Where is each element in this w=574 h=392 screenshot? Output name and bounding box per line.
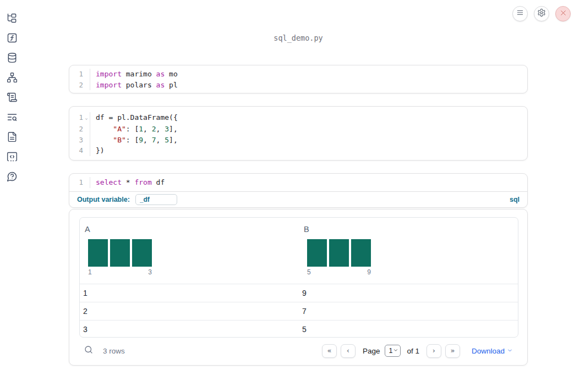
histogram-bar[interactable] xyxy=(329,239,349,267)
table-body: 192735 xyxy=(80,284,518,338)
table-cell: 1 xyxy=(80,284,299,302)
help-circle-icon xyxy=(7,171,18,184)
shutdown-button[interactable] xyxy=(555,6,571,21)
sidebar-item-help[interactable] xyxy=(6,171,19,184)
sql-cell[interactable]: 1select * from df Output variable: sql xyxy=(69,173,528,208)
page-label: Page xyxy=(363,347,380,355)
code-editor[interactable]: 1select * from df xyxy=(69,174,527,191)
download-label: Download xyxy=(472,347,505,355)
line-gutter: 1 xyxy=(69,177,90,188)
output-variable-label: Output variable: xyxy=(77,196,130,203)
hamburger-icon xyxy=(516,9,524,19)
menu-button[interactable] xyxy=(512,6,528,21)
fold-spacer xyxy=(83,80,90,91)
table-cell: 3 xyxy=(80,321,299,338)
line-gutter: 2 xyxy=(69,124,90,135)
column-header-a[interactable]: A 1 3 xyxy=(80,218,299,284)
fold-spacer xyxy=(83,69,90,80)
line-gutter: 2 xyxy=(69,80,90,91)
sidebar xyxy=(0,0,24,392)
settings-button[interactable] xyxy=(534,6,549,21)
code-line[interactable]: 2 "A": [1, 2, 3], xyxy=(69,124,527,135)
axis-min-label: 1 xyxy=(88,268,92,276)
fold-spacer xyxy=(83,177,90,188)
prev-page-button[interactable]: ‹ xyxy=(341,344,356,358)
file-tree-icon xyxy=(7,13,18,26)
axis-max-label: 3 xyxy=(148,268,152,276)
code-line[interactable]: 1import marimo as mo xyxy=(69,69,527,80)
chevrons-left-icon: « xyxy=(327,346,331,355)
sidebar-item-logs[interactable] xyxy=(6,112,19,125)
page-select-value: 1 xyxy=(389,347,392,355)
database-icon xyxy=(7,52,18,65)
code-line[interactable]: 4}) xyxy=(69,145,527,156)
pagination: « ‹ Page 1 of 1 › » Download xyxy=(322,344,513,358)
line-gutter: 1⌄ xyxy=(69,112,90,124)
histogram-bar[interactable] xyxy=(132,239,152,267)
sidebar-item-outline[interactable] xyxy=(6,92,19,105)
download-button[interactable]: Download xyxy=(472,347,513,355)
line-gutter: 3 xyxy=(69,135,90,146)
code-line[interactable]: 3 "B": [9, 7, 5], xyxy=(69,135,527,146)
table-footer: 3 rows « ‹ Page 1 of 1 › » Download xyxy=(69,336,527,365)
notebook-filename: sql_demo.py xyxy=(69,34,528,42)
sidebar-item-snippets[interactable] xyxy=(6,151,19,164)
chevron-right-icon: › xyxy=(433,346,435,355)
table-row[interactable]: 27 xyxy=(80,302,518,321)
code-cell-dataframe[interactable]: 1⌄df = pl.DataFrame({2 "A": [1, 2, 3],3 … xyxy=(69,106,528,161)
page-of-label: of 1 xyxy=(407,347,419,355)
table-cell: 5 xyxy=(299,321,518,338)
fold-spacer xyxy=(83,135,90,146)
code-line[interactable]: 2import polars as pl xyxy=(69,80,527,91)
close-icon xyxy=(560,9,567,19)
gear-icon xyxy=(537,8,546,19)
column-name: B xyxy=(304,225,518,234)
histogram-bar[interactable] xyxy=(110,239,130,267)
table-row[interactable]: 19 xyxy=(80,284,518,302)
histogram-bar[interactable] xyxy=(351,239,371,267)
table-header: A 1 3 B 5 9 xyxy=(80,218,518,284)
histogram-bars xyxy=(88,239,152,267)
line-gutter: 4 xyxy=(69,145,90,156)
row-count: 3 rows xyxy=(103,347,125,355)
histogram-bars xyxy=(307,239,371,267)
sidebar-item-files[interactable] xyxy=(6,13,19,26)
histogram-bar[interactable] xyxy=(307,239,327,267)
line-gutter: 1 xyxy=(69,69,90,80)
column-histogram: 5 9 xyxy=(307,239,371,276)
code-line[interactable]: 1⌄df = pl.DataFrame({ xyxy=(69,112,527,124)
sidebar-item-dependencies[interactable] xyxy=(6,72,19,85)
code-line[interactable]: 1select * from df xyxy=(69,177,527,188)
output-variable-input[interactable] xyxy=(135,194,177,205)
histogram-axis: 5 9 xyxy=(307,268,371,276)
histogram-bar[interactable] xyxy=(88,239,108,267)
sql-meta-row: Output variable: sql xyxy=(69,191,527,208)
code-cell-imports[interactable]: 1import marimo as mo2import polars as pl xyxy=(69,65,528,93)
fold-spacer xyxy=(83,145,90,156)
histogram-axis: 1 3 xyxy=(88,268,152,276)
dataframe-table: A 1 3 B 5 9 xyxy=(79,217,518,338)
table-row[interactable]: 35 xyxy=(80,321,518,338)
chevrons-right-icon: » xyxy=(450,346,455,355)
page-select[interactable]: 1 xyxy=(385,345,401,357)
code-editor[interactable]: 1import marimo as mo2import polars as pl xyxy=(69,69,527,90)
chevron-down-icon xyxy=(393,347,398,355)
sidebar-item-documentation[interactable] xyxy=(6,131,19,145)
code-snippet-icon xyxy=(7,151,18,164)
code-editor[interactable]: 1⌄df = pl.DataFrame({2 "A": [1, 2, 3],3 … xyxy=(69,112,527,156)
last-page-button[interactable]: » xyxy=(445,344,460,358)
sidebar-item-variables[interactable] xyxy=(6,32,19,46)
search-button[interactable] xyxy=(83,345,94,356)
table-cell: 2 xyxy=(80,302,299,321)
fold-spacer xyxy=(83,124,90,135)
search-icon xyxy=(84,345,94,357)
sidebar-item-datasources[interactable] xyxy=(6,52,19,65)
language-badge: sql xyxy=(510,196,520,203)
chevron-left-icon: ‹ xyxy=(347,346,349,355)
scroll-icon xyxy=(7,92,18,105)
first-page-button[interactable]: « xyxy=(322,344,337,358)
next-page-button[interactable]: › xyxy=(427,344,441,358)
column-header-b[interactable]: B 5 9 xyxy=(299,218,518,284)
fold-chevron-icon[interactable]: ⌄ xyxy=(83,112,90,124)
column-name: A xyxy=(85,225,299,234)
